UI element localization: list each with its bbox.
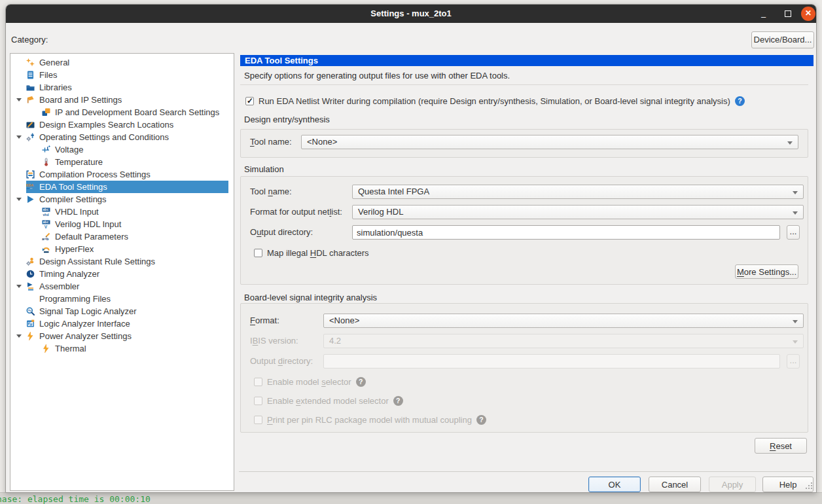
sim-format-label: Format for output netlist: [250,205,342,219]
device-board-button[interactable]: Device/Board... [751,31,814,48]
parameters-icon: a=b [42,232,50,241]
tree-item-signal-tap-logic-analyzer[interactable]: Signal Tap Logic Analyzer [10,305,234,317]
board-format-dropdown[interactable]: <None> [323,314,804,328]
print-rlc-row: Print per pin RLC package model with mut… [254,415,486,425]
board-icon [26,96,35,104]
lightning-icon [42,344,50,353]
map-illegal-hdl-label: Map illegal HDL characters [267,248,369,258]
maximize-button[interactable] [779,5,796,23]
hyperflex-icon [42,245,50,253]
sim-format-dropdown[interactable]: Verilog HDL [352,205,804,219]
background-console-strip: hase: elapsed time is 00:00:10 [0,492,822,504]
sim-tool-name-dropdown[interactable]: Questa Intel FPGA [352,185,804,199]
tree-item-ip-and-development-board-search-settings[interactable]: IP and Development Board Search Settings [10,106,234,118]
lightning-icon [26,332,35,340]
tree-item-hyperflex[interactable]: HyperFlex [10,243,234,255]
dropdown-value: Questa Intel FPGA [358,187,429,196]
divider [240,84,808,85]
tree-item-label: Voltage [55,145,83,154]
tree-item-vhdl-input[interactable]: abcvhdVHDL Input [10,206,234,218]
help-icon[interactable]: ? [735,96,745,106]
tree-item-assembler[interactable]: Assembler [10,280,234,293]
tree-item-libraries[interactable]: Libraries [10,81,234,94]
cancel-button[interactable]: Cancel [649,477,701,492]
tree-item-board-and-ip-settings[interactable]: Board and IP Settings [10,94,234,106]
board-level-groupbox: Format: <None> IBIS version: 4.2 Output … [240,303,808,433]
run-eda-netlist-writer-row: Run EDA Netlist Writer during compilatio… [245,96,769,106]
tree-item-label: Design Assistant Rule Settings [39,257,155,266]
tree-item-label: Assembler [39,281,79,291]
assistant-icon [26,257,35,266]
tree-item-compilation-process-settings[interactable]: Compilation Process Settings [10,168,234,181]
tree-item-logic-analyzer-interface[interactable]: Logic Analyzer Interface [10,317,234,330]
tree-item-design-examples-search-locations[interactable]: Design Examples Search Locations [10,118,234,131]
thermometer-icon [42,158,50,166]
design-entry-section-title: Design entry/synthesis [244,115,330,124]
tree-item-default-parameters[interactable]: a=bDefault Parameters [10,230,234,243]
maximize-icon [785,10,791,17]
board-level-section-title: Board-level signal integrity analysis [244,293,377,302]
console-message: hase: elapsed time is 00:00:10 [0,494,151,504]
minimize-button[interactable]: – [757,5,774,23]
tree-item-programming-files[interactable]: Programming Files [10,293,234,305]
expand-arrow-icon[interactable] [16,98,22,101]
tree-item-compiler-settings[interactable]: Compiler Settings [10,193,234,206]
expand-arrow-icon[interactable] [16,334,22,338]
expand-arrow-icon[interactable] [16,285,22,288]
tree-item-temperature[interactable]: Temperature [10,156,234,168]
map-illegal-hdl-checkbox[interactable] [254,249,262,257]
reset-button[interactable]: Reset [755,438,807,454]
dropdown-value: 4.2 [329,336,341,346]
tree-item-label: Timing Analyzer [39,269,99,279]
enable-model-selector-label: Enable model selector [267,377,351,387]
svg-text:V: V [45,225,48,228]
expand-arrow-icon[interactable] [16,198,22,201]
tree-item-design-assistant-rule-settings[interactable]: Design Assistant Rule Settings [10,255,234,268]
window-title: Settings - mux_2to1 [6,9,816,18]
board-output-dir-label: Output directory: [250,354,313,369]
voltage-icon [42,145,50,154]
tree-item-label: Default Parameters [55,232,128,242]
magnifier-wave-icon [26,307,35,315]
tree-item-label: Design Examples Search Locations [39,120,173,130]
tree-item-power-analyzer-settings[interactable]: Power Analyzer Settings [10,330,234,342]
tree-item-operating-settings-and-conditions[interactable]: Operating Settings and Conditions [10,131,234,143]
tool-name-label: Tool name: [250,135,292,149]
svg-text:EDA: EDA [26,183,33,187]
screen: hase: elapsed time is 00:00:10 Settings … [0,0,822,504]
tree-item-voltage[interactable]: Voltage [10,143,234,156]
ibis-version-dropdown: 4.2 [323,334,804,348]
tree-item-verilog-hdl-input[interactable]: abcVVerilog HDL Input [10,218,234,230]
category-tree: General Files Libraries Board and IP Set… [10,53,234,491]
tree-item-timing-analyzer[interactable]: Timing Analyzer [10,268,234,280]
tree-item-label: Signal Tap Logic Analyzer [39,306,137,316]
expand-arrow-icon[interactable] [16,135,22,139]
tree-item-general[interactable]: General [10,56,234,69]
chevron-down-icon [793,191,798,194]
tree-item-eda-tool-settings[interactable]: EDAEDA Tool Settings [10,181,234,193]
run-eda-netlist-writer-checkbox[interactable] [245,97,254,105]
sim-output-dir-input[interactable] [352,225,780,240]
design-entry-groupbox: Tool name: <None> [240,129,808,158]
tree-item-thermal[interactable]: Thermal [10,342,234,355]
minimize-icon: – [761,12,766,22]
settings-dialog: Settings - mux_2to1 – ✕ Category: Device… [5,4,817,493]
design-entry-tool-name-dropdown[interactable]: <None> [301,135,798,149]
page-title: EDA Tool Settings [240,55,813,66]
process-brackets-icon [26,170,35,179]
eda-icon: EDA [26,183,35,191]
file-icon [26,71,35,79]
ok-button[interactable]: OK [588,477,641,492]
tree-item-files[interactable]: Files [10,69,234,81]
titlebar[interactable]: Settings - mux_2to1 – ✕ [6,5,816,23]
svg-text:abc: abc [43,207,49,211]
tree-item-label: Logic Analyzer Interface [39,319,130,329]
enable-extended-model-selector-checkbox [254,397,262,405]
more-settings-button[interactable]: More Settings... [735,264,798,279]
sim-browse-button[interactable]: ... [787,225,800,240]
resize-grip[interactable] [805,482,813,490]
waveform-doc-icon [26,319,35,328]
dropdown-value: Verilog HDL [358,207,403,217]
tree-item-label: IP and Development Board Search Settings [55,107,219,117]
close-button[interactable]: ✕ [801,7,815,21]
